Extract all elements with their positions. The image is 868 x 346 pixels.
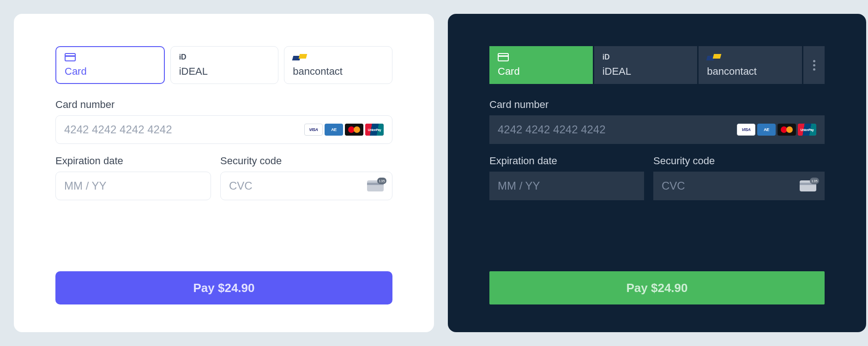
dots-vertical-icon: [813, 60, 815, 71]
tab-card-label: Card: [498, 66, 585, 78]
tab-bancontact-label: bancontact: [707, 66, 794, 78]
unionpay-icon: UnionPay: [365, 124, 384, 136]
ideal-icon: iD: [603, 53, 689, 62]
tab-card[interactable]: Card: [489, 46, 593, 84]
cvc-block: Security code 135: [653, 155, 825, 200]
mastercard-icon: [778, 124, 796, 136]
visa-icon: VISA: [304, 124, 323, 136]
tab-ideal-label: iDEAL: [603, 66, 689, 78]
mastercard-icon: [345, 124, 363, 136]
cvc-field[interactable]: 135: [220, 172, 392, 200]
payment-method-tabs: Card iD iDEAL bancontact: [55, 46, 392, 84]
card-number-block: Card number VISA AE UnionPay: [489, 99, 825, 144]
cvc-label: Security code: [653, 155, 825, 167]
tab-bancontact[interactable]: bancontact: [284, 46, 392, 84]
expiry-cvc-row: Expiration date Security code 135: [55, 155, 392, 211]
amex-icon: AE: [757, 124, 776, 136]
pay-button[interactable]: Pay $24.90: [489, 271, 825, 304]
card-number-block: Card number VISA AE UnionPay: [55, 99, 392, 144]
expiry-label: Expiration date: [489, 155, 644, 167]
expiry-input[interactable]: [498, 179, 636, 192]
amex-icon: AE: [325, 124, 343, 136]
expiry-input[interactable]: [64, 179, 202, 192]
cvc-label: Security code: [220, 155, 392, 167]
pay-button[interactable]: Pay $24.90: [55, 271, 392, 304]
expiry-field[interactable]: [489, 172, 644, 200]
payment-panel-dark: Card iD iDEAL bancontact Card number VIS…: [448, 14, 866, 332]
cvc-field[interactable]: 135: [653, 172, 825, 200]
expiry-field[interactable]: [55, 172, 211, 200]
bancontact-icon: [293, 53, 384, 62]
cvc-block: Security code 135: [220, 155, 392, 200]
expiry-block: Expiration date: [55, 155, 211, 200]
visa-icon: VISA: [737, 124, 755, 136]
expiry-block: Expiration date: [489, 155, 644, 200]
expiry-label: Expiration date: [55, 155, 211, 167]
card-icon: [65, 53, 156, 62]
tab-ideal[interactable]: iD iDEAL: [170, 46, 279, 84]
card-brand-logos: VISA AE UnionPay: [304, 124, 384, 136]
card-number-label: Card number: [489, 99, 825, 111]
cvc-hint-icon: 135: [367, 180, 384, 191]
cvc-hint-icon: 135: [800, 180, 816, 191]
cvc-input[interactable]: [229, 179, 367, 192]
tab-ideal-label: iDEAL: [179, 66, 270, 78]
card-number-label: Card number: [55, 99, 392, 111]
card-number-input[interactable]: [498, 123, 737, 136]
tab-bancontact[interactable]: bancontact: [699, 46, 802, 84]
cvc-input[interactable]: [662, 179, 800, 192]
payment-method-tabs: Card iD iDEAL bancontact: [489, 46, 825, 84]
payment-panel-light: Card iD iDEAL bancontact Card number VIS…: [14, 14, 434, 332]
bancontact-icon: [707, 53, 794, 62]
unionpay-icon: UnionPay: [798, 124, 816, 136]
tab-card[interactable]: Card: [55, 46, 165, 84]
card-brand-logos: VISA AE UnionPay: [737, 124, 816, 136]
more-methods-button[interactable]: [803, 46, 825, 84]
expiry-cvc-row: Expiration date Security code 135: [489, 155, 825, 211]
card-number-field[interactable]: VISA AE UnionPay: [489, 115, 825, 144]
card-number-input[interactable]: [64, 123, 304, 136]
tab-card-label: Card: [65, 66, 156, 78]
tab-bancontact-label: bancontact: [293, 66, 384, 78]
card-number-field[interactable]: VISA AE UnionPay: [55, 115, 392, 144]
card-icon: [498, 53, 585, 62]
ideal-icon: iD: [179, 53, 270, 62]
tab-ideal[interactable]: iD iDEAL: [594, 46, 698, 84]
